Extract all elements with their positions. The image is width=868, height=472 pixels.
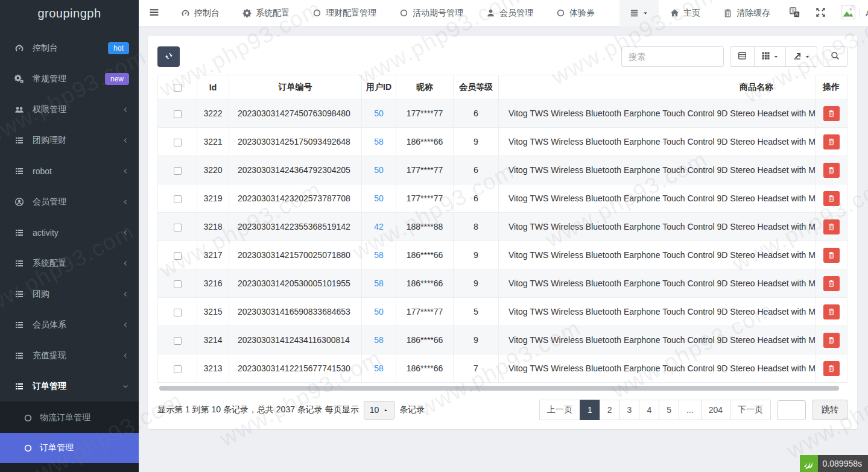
- user-id-link[interactable]: 50: [374, 109, 384, 118]
- table-row: 321320230303141221567774153058186****667…: [158, 354, 847, 383]
- row-checkbox[interactable]: [174, 280, 182, 288]
- nav-item-voucher[interactable]: 体验券: [545, 0, 606, 27]
- delete-button[interactable]: [823, 219, 840, 234]
- search-button[interactable]: [823, 46, 847, 67]
- sidebar-toggle-button[interactable]: [139, 0, 169, 27]
- nav-item-system-config[interactable]: 系统配置: [231, 0, 301, 27]
- sidebar-subitem-logistics-order-management[interactable]: 物流订单管理: [0, 403, 139, 433]
- sidebar-item-permission-management[interactable]: 权限管理: [0, 94, 139, 125]
- row-checkbox[interactable]: [174, 195, 182, 203]
- list-dropdown-button[interactable]: [619, 0, 659, 27]
- sidebar-menu: 控制台hot常规管理new权限管理团购理财robot会员管理activity系统…: [0, 27, 139, 401]
- sidebar-item-recharge-withdraw[interactable]: 充值提现: [0, 340, 139, 371]
- cell-nickname: 177****77: [396, 156, 454, 184]
- clear-cache-button[interactable]: 清除缓存: [712, 0, 782, 27]
- cell-product: Vitog TWS Wireless Bluetooth Earphone To…: [499, 241, 816, 269]
- page-size-select[interactable]: 10: [364, 401, 395, 420]
- cell-user-id: 50: [362, 298, 396, 326]
- user-id-link[interactable]: 50: [374, 307, 384, 316]
- page-jump-input[interactable]: [778, 400, 806, 420]
- page-button-5[interactable]: 5: [659, 400, 679, 420]
- cell-order-no: 202303031412215677741530: [229, 354, 362, 383]
- nav-item-finance-config[interactable]: 理财配置管理: [301, 0, 388, 27]
- delete-button[interactable]: [823, 106, 840, 121]
- sidebar-item-group-finance[interactable]: 团购理财: [0, 125, 139, 156]
- row-checkbox[interactable]: [174, 167, 182, 175]
- translate-button[interactable]: 文A: [782, 0, 808, 27]
- cell-nickname: 177****77: [396, 298, 454, 326]
- gauge-icon: [13, 43, 25, 53]
- sidebar-subitem-order-management[interactable]: 订单管理: [0, 433, 139, 463]
- row-checkbox[interactable]: [174, 337, 182, 345]
- table-row: 322020230303142436479230420550177****776…: [158, 156, 847, 184]
- sidebar-item-member-system[interactable]: 会员体系: [0, 309, 139, 340]
- user-id-link[interactable]: 58: [374, 363, 384, 373]
- select-all-checkbox[interactable]: [174, 84, 182, 92]
- scrollbar-thumb[interactable]: [159, 386, 839, 391]
- row-checkbox[interactable]: [174, 110, 182, 118]
- sidebar-item-order-management[interactable]: 订单管理: [0, 371, 139, 401]
- cell-nickname: 186****66: [396, 241, 454, 269]
- nav-item-member-management[interactable]: 会员管理: [475, 0, 545, 27]
- sidebar-item-label: robot: [33, 166, 122, 176]
- cell-order-no: 202303031427450763098480: [229, 99, 362, 128]
- delete-button[interactable]: [823, 134, 840, 149]
- page-button-204[interactable]: 204: [701, 400, 730, 420]
- prev-page-button[interactable]: 上一页: [539, 400, 580, 420]
- row-checkbox[interactable]: [174, 365, 182, 373]
- cell-order-no: 202303031423202573787708: [229, 184, 362, 213]
- delete-button[interactable]: [823, 333, 840, 348]
- page-button-1[interactable]: 1: [580, 400, 600, 420]
- sidebar-item-system-config[interactable]: 系统配置: [0, 248, 139, 278]
- sidebar-item-member-management[interactable]: 会员管理: [0, 186, 139, 217]
- user-id-link[interactable]: 50: [374, 194, 384, 203]
- sidebar-item-general-management[interactable]: 常规管理new: [0, 63, 139, 94]
- page-button-3[interactable]: 3: [619, 400, 640, 420]
- delete-button[interactable]: [823, 191, 840, 206]
- row-checkbox[interactable]: [174, 252, 182, 260]
- row-checkbox[interactable]: [174, 139, 182, 146]
- circle-icon: [556, 8, 565, 17]
- delete-button[interactable]: [823, 248, 840, 263]
- pagination-bar: 显示第 1 到第 10 条记录，总共 2037 条记录 每页显示 10 条记录 …: [157, 400, 847, 420]
- admin-menu[interactable]: Admin: [834, 0, 868, 27]
- list-icon: [13, 259, 25, 268]
- home-button[interactable]: 主页: [659, 0, 712, 27]
- user-id-link[interactable]: 58: [374, 250, 384, 260]
- delete-button[interactable]: [823, 163, 840, 178]
- user-id-link[interactable]: 58: [374, 137, 384, 146]
- caret-up-icon: [383, 407, 388, 413]
- horizontal-scrollbar[interactable]: [159, 386, 846, 391]
- sidebar-item-activity[interactable]: activity: [0, 217, 139, 248]
- page-button-4[interactable]: 4: [639, 400, 659, 420]
- nav-item-activity-period[interactable]: 活动期号管理: [388, 0, 475, 27]
- user-id-link[interactable]: 58: [374, 335, 384, 345]
- sidebar-item-label: 常规管理: [33, 74, 105, 84]
- row-checkbox[interactable]: [174, 224, 182, 231]
- columns-button[interactable]: [754, 46, 786, 67]
- page-button-2[interactable]: 2: [600, 400, 620, 420]
- list-icon: [13, 320, 25, 330]
- export-button[interactable]: [785, 46, 817, 67]
- cell-level: 6: [454, 184, 499, 213]
- delete-button[interactable]: [823, 276, 840, 291]
- delete-button[interactable]: [823, 304, 840, 319]
- user-id-link[interactable]: 42: [374, 222, 384, 231]
- row-checkbox[interactable]: [174, 309, 182, 316]
- refresh-button[interactable]: [157, 46, 180, 67]
- jump-button[interactable]: 跳转: [813, 400, 847, 420]
- exec-time-value: 0.089958s: [818, 455, 868, 472]
- sidebar-item-console[interactable]: 控制台hot: [0, 33, 139, 63]
- user-id-link[interactable]: 50: [374, 165, 384, 175]
- home-label: 主页: [683, 8, 700, 19]
- delete-button[interactable]: [823, 361, 840, 376]
- next-page-button[interactable]: 下一页: [730, 400, 771, 420]
- fullscreen-button[interactable]: [808, 0, 834, 27]
- toggle-view-button[interactable]: [730, 46, 755, 67]
- sidebar-item-group-buy[interactable]: 团购: [0, 278, 139, 309]
- user-id-link[interactable]: 58: [374, 278, 384, 288]
- sidebar-item-robot[interactable]: robot: [0, 156, 139, 186]
- nav-item-console[interactable]: 控制台: [169, 0, 231, 27]
- search-input[interactable]: [621, 46, 724, 67]
- avatar: [841, 5, 855, 21]
